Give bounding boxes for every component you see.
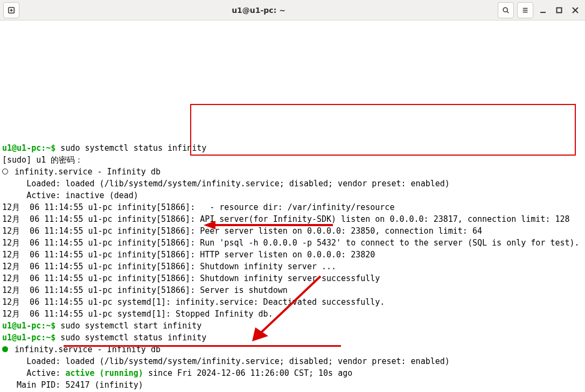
terminal-line: Active: inactive (dead) bbox=[2, 190, 583, 201]
window-title: u1@u1-pc: ~ bbox=[19, 6, 498, 15]
shell-prompt: u1@u1-pc:~$ bbox=[2, 143, 55, 153]
terminal-line: Active: active (running) since Fri 2024-… bbox=[2, 367, 583, 379]
titlebar: u1@u1-pc: ~ bbox=[0, 0, 585, 20]
shell-prompt: u1@u1-pc:~$ bbox=[2, 333, 55, 342]
terminal-line: 12月 06 11:14:55 u1-pc infinity[51866]: S… bbox=[2, 284, 583, 296]
minimize-icon bbox=[540, 7, 546, 13]
svg-point-3 bbox=[503, 8, 507, 12]
search-icon bbox=[502, 6, 510, 14]
terminal-line: 12月 06 11:14:55 u1-pc infinity[51866]: R… bbox=[2, 237, 583, 249]
terminal-line: u1@u1-pc:~$ sudo systemctl start infinit… bbox=[2, 320, 583, 332]
terminal-line: Loaded: loaded (/lib/systemd/system/infi… bbox=[2, 355, 583, 367]
new-tab-button[interactable] bbox=[3, 2, 19, 18]
hamburger-icon bbox=[521, 6, 529, 14]
terminal-line: Main PID: 52417 (infinity) bbox=[2, 379, 583, 391]
terminal-content[interactable]: u1@u1-pc:~$ sudo systemctl status infini… bbox=[0, 20, 585, 392]
terminal-line: 12月 06 11:14:55 u1-pc systemd[1]: infini… bbox=[2, 296, 583, 308]
terminal-line: [sudo] u1 的密码： bbox=[2, 154, 583, 166]
svg-line-4 bbox=[507, 11, 509, 13]
maximize-icon bbox=[556, 7, 562, 13]
terminal-line: infinity.service - Infinity db bbox=[2, 344, 583, 355]
terminal-line: infinity.service - Infinity db bbox=[2, 166, 583, 178]
minimize-button[interactable] bbox=[537, 4, 549, 17]
terminal-line: 12月 06 11:14:55 u1-pc infinity[51866]: S… bbox=[2, 261, 583, 272]
svg-rect-9 bbox=[557, 8, 562, 12]
terminal-line: 12月 06 11:14:55 u1-pc infinity[51866]: A… bbox=[2, 213, 583, 225]
close-icon bbox=[572, 7, 579, 13]
close-button[interactable] bbox=[569, 4, 582, 17]
terminal-line: Loaded: loaded (/lib/systemd/system/infi… bbox=[2, 178, 583, 190]
active-status: active (running) bbox=[65, 368, 143, 378]
terminal-line: u1@u1-pc:~$ sudo systemctl status infini… bbox=[2, 142, 583, 154]
terminal-line: 12月 06 11:14:55 u1-pc infinity[51866]: H… bbox=[2, 249, 583, 261]
find-button[interactable] bbox=[498, 2, 514, 18]
terminal-line: 12月 06 11:14:55 u1-pc infinity[51866]: -… bbox=[2, 201, 583, 213]
status-dot-inactive-icon bbox=[2, 169, 8, 174]
terminal-line: u1@u1-pc:~$ sudo systemctl status infini… bbox=[2, 332, 583, 344]
shell-prompt: u1@u1-pc:~$ bbox=[2, 321, 55, 331]
terminal-line: 12月 06 11:14:55 u1-pc systemd[1]: Stoppe… bbox=[2, 308, 583, 320]
status-dot-active-icon bbox=[2, 346, 8, 352]
terminal-line: 12月 06 11:14:55 u1-pc infinity[51866]: P… bbox=[2, 225, 583, 237]
maximize-button[interactable] bbox=[553, 4, 566, 17]
hamburger-menu-button[interactable] bbox=[517, 2, 533, 18]
terminal-line: 12月 06 11:14:55 u1-pc infinity[51866]: S… bbox=[2, 272, 583, 284]
